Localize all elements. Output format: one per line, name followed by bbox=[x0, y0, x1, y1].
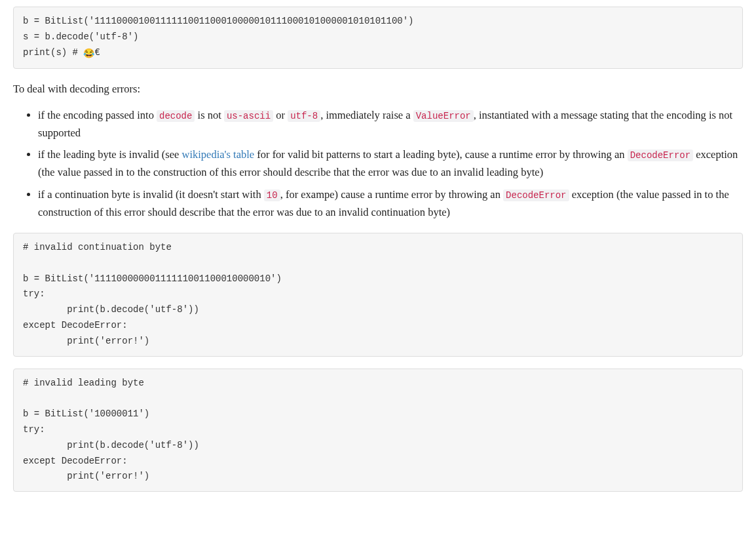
inline-code: 10 bbox=[264, 189, 280, 201]
inline-code: DecodeError bbox=[503, 189, 569, 201]
inline-code: us-ascii bbox=[224, 110, 273, 122]
inline-code: DecodeError bbox=[628, 149, 693, 161]
code-line: print(b.decode('utf-8')) bbox=[23, 304, 199, 315]
inline-code: utf-8 bbox=[288, 110, 320, 122]
code-line: b = BitList('111100001001111110011000100… bbox=[23, 16, 414, 26]
inline-code: decode bbox=[157, 110, 195, 122]
emoji-icon: 😂 bbox=[83, 47, 94, 62]
code-line: except DecodeError: bbox=[23, 456, 128, 466]
list-item: if the encoding passed into decode is no… bbox=[38, 106, 743, 142]
code-block-3: # invalid leading byte b = BitList('1000… bbox=[13, 369, 743, 492]
code-line: # invalid leading byte bbox=[23, 378, 144, 388]
list-item: if a continuation byte is invalid (it do… bbox=[38, 186, 743, 221]
code-line: except DecodeError: bbox=[23, 320, 128, 330]
code-line: print(s) # 😂€ bbox=[23, 47, 100, 58]
code-line: b = BitList('111100000001111110011000100… bbox=[23, 273, 282, 284]
code-line: try: bbox=[23, 289, 45, 299]
code-block-1: b = BitList('111100001001111110011000100… bbox=[13, 7, 743, 69]
list-item: if the leading byte is invalid (see wiki… bbox=[38, 146, 743, 181]
code-line: print('error!') bbox=[23, 471, 149, 481]
code-line: print(b.decode('utf-8')) bbox=[23, 440, 199, 450]
error-handling-list: if the encoding passed into decode is no… bbox=[13, 106, 743, 221]
code-line: b = BitList('10000011') bbox=[23, 409, 149, 419]
code-line: print('error!') bbox=[23, 336, 149, 346]
code-line: try: bbox=[23, 424, 45, 435]
code-line: # invalid continuation byte bbox=[23, 242, 172, 252]
document-container: b = BitList('111100001001111110011000100… bbox=[0, 7, 756, 492]
code-line: s = b.decode('utf-8') bbox=[23, 31, 138, 42]
inline-code: ValueError bbox=[413, 110, 474, 122]
code-block-2: # invalid continuation byte b = BitList(… bbox=[13, 233, 743, 357]
paragraph-intro: To deal with decoding errors: bbox=[13, 81, 743, 98]
wikipedia-table-link[interactable]: wikipedia's table bbox=[181, 148, 254, 161]
